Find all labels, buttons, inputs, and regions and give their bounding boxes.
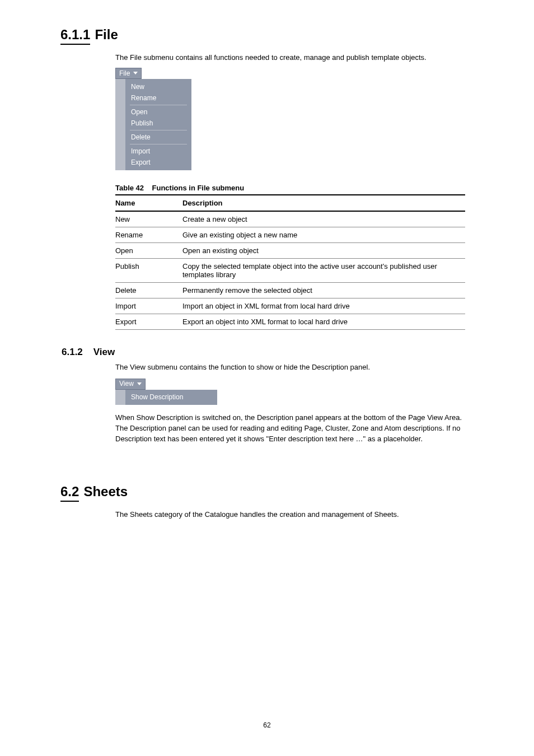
cell-desc: Export an object into XML format to loca… — [182, 318, 465, 326]
view-menu-button[interactable]: View — [115, 379, 146, 390]
section-title: View — [93, 347, 115, 357]
section-heading: 6.1.2 View — [62, 347, 472, 358]
cell-name: Rename — [115, 231, 182, 239]
view-menu-label: View — [119, 379, 134, 389]
cell-desc: Give an existing object a new name — [182, 231, 465, 239]
file-functions-table: Table 42 Functions in File submenu Name … — [115, 184, 465, 330]
section-title: Sheets — [83, 484, 128, 500]
cell-name: Open — [115, 246, 182, 255]
menu-separator — [130, 130, 187, 130]
table-header-desc: Description — [182, 199, 465, 207]
dropdown-gutter — [115, 79, 125, 170]
chevron-down-icon — [133, 72, 138, 74]
table-row: Publish Copy the selected template objec… — [115, 259, 465, 283]
file-menu-button[interactable]: File — [115, 68, 142, 79]
table-caption-prefix: Table 42 — [115, 184, 144, 192]
cell-desc: Open an existing object — [182, 246, 465, 255]
cell-name: New — [115, 215, 182, 223]
table-header-row: Name Description — [115, 194, 465, 212]
section-title: File — [95, 27, 118, 43]
table-row: Import Import an object in XML format fr… — [115, 298, 465, 314]
section-number: 6.1.2 — [62, 347, 83, 357]
intro-paragraph: The File submenu contains all functions … — [115, 53, 472, 63]
menu-item-delete[interactable]: Delete — [125, 132, 191, 143]
file-menu-label: File — [119, 69, 130, 77]
section-number: 6.2 — [60, 484, 79, 502]
table-caption: Functions in File submenu — [152, 184, 245, 192]
menu-item-publish[interactable]: Publish — [125, 118, 191, 129]
table-row: Open Open an existing object — [115, 243, 465, 259]
menu-item-export[interactable]: Export — [125, 157, 191, 168]
cell-desc: Create a new object — [182, 215, 465, 223]
menu-item-new[interactable]: New — [125, 81, 191, 92]
cell-name: Import — [115, 302, 182, 310]
table-row: Delete Permanently remove the selected o… — [115, 283, 465, 298]
table-row: Export Export an object into XML format … — [115, 314, 465, 330]
page-number: 62 — [263, 721, 270, 729]
cell-name: Export — [115, 318, 182, 326]
section-heading: 6.1.1 File — [60, 27, 472, 45]
sheets-intro: The Sheets category of the Catalogue han… — [115, 510, 472, 520]
cell-name: Publish — [115, 262, 182, 270]
menu-separator — [130, 105, 187, 105]
menu-item-rename[interactable]: Rename — [125, 92, 191, 104]
cell-name: Delete — [115, 286, 182, 295]
chevron-down-icon — [137, 382, 142, 385]
menu-separator — [130, 144, 187, 144]
cell-desc: Copy the selected template object into t… — [182, 262, 465, 279]
cell-desc: Import an object in XML format from loca… — [182, 302, 465, 310]
menu-item-import[interactable]: Import — [125, 146, 191, 157]
menu-item-show-description[interactable]: Show Description — [125, 391, 217, 404]
section-number: 6.1.1 — [60, 27, 90, 45]
dropdown-gutter — [115, 390, 125, 405]
table-row: New Create a new object — [115, 212, 465, 227]
table-header-name: Name — [115, 199, 182, 207]
view-dropdown: Show Description — [115, 390, 217, 405]
file-dropdown: New Rename Open Publish Delete Import Ex… — [115, 79, 191, 170]
table-row: Rename Give an existing object a new nam… — [115, 227, 465, 243]
view-body-paragraph: When Show Description is switched on, th… — [115, 413, 472, 445]
view-intro: The View submenu contains the function t… — [115, 362, 472, 373]
menu-item-open[interactable]: Open — [125, 106, 191, 118]
section-heading: 6.2 Sheets — [60, 484, 472, 502]
cell-desc: Permanently remove the selected object — [182, 286, 465, 295]
